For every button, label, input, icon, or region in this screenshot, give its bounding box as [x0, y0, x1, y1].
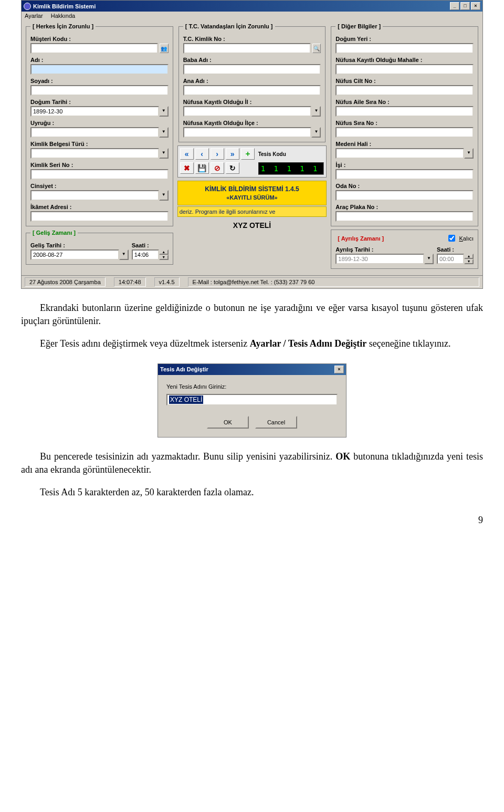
banner-line2: «KAYITLI SÜRÜM» — [180, 194, 324, 201]
add-record-button[interactable]: ＋ — [241, 148, 255, 160]
input-isi[interactable] — [335, 169, 474, 180]
input-arac-plaka-no[interactable] — [335, 211, 474, 222]
group-diger: [ Diğer Bilgiler ] Doğum Yeri : Nüfusa K… — [331, 23, 478, 226]
first-record-button[interactable]: « — [180, 148, 194, 160]
label-isi: İşi : — [335, 162, 474, 168]
menu-hakkinda[interactable]: Hakkında — [51, 13, 75, 19]
doc-p2: Eğer Tesis adını değiştirmek veya düzelt… — [21, 337, 483, 350]
input-nufusa-ilce[interactable] — [183, 127, 312, 138]
input-ayrilis-tarihi[interactable] — [335, 254, 424, 264]
group-gelis: [ Geliş Zamanı ] Geliş Tarihi : ▼ Saati … — [26, 230, 173, 265]
label-cinsiyet: Cinsiyet : — [30, 183, 169, 189]
status-time: 14:07:48 — [114, 277, 146, 287]
label-arac-plaka-no: Araç Plaka No : — [335, 204, 474, 210]
group-ayrilis: [ Ayrılış Zamanı ] Kalıcı Ayrılış Tarihi… — [331, 230, 478, 269]
dropdown-icon[interactable]: ▼ — [424, 254, 434, 264]
save-button[interactable]: 💾 — [195, 162, 209, 174]
dropdown-icon[interactable]: ▼ — [159, 127, 169, 138]
label-gelis-saati: Saati : — [132, 242, 169, 248]
label-ayrilis-saati: Saati : — [437, 246, 474, 253]
input-soyadi[interactable] — [30, 85, 169, 96]
input-kimlik-belge-turu[interactable] — [30, 148, 159, 159]
app-icon — [24, 3, 31, 10]
input-oda-no[interactable] — [335, 190, 474, 201]
label-nufusa-mahalle: Nüfusa Kayıtlı Olduğu Mahalle : — [335, 57, 474, 63]
input-ikamet[interactable] — [30, 211, 169, 222]
input-gelis-saati[interactable] — [132, 249, 159, 260]
label-tc-kimlik-no: T.C. Kimlik No : — [183, 36, 321, 42]
input-kimlik-seri-no[interactable] — [30, 169, 169, 180]
input-cinsiyet[interactable] — [30, 190, 159, 201]
spinner-down-icon[interactable]: ▼ — [159, 255, 169, 260]
menu-ayarlar[interactable]: Ayarlar — [25, 13, 43, 19]
kalici-checkbox-label[interactable]: Kalıcı — [446, 233, 474, 243]
label-medeni-hali: Medeni Hali : — [335, 141, 474, 147]
dropdown-icon[interactable]: ▼ — [159, 148, 169, 159]
label-nufus-sira-no: Nüfus Sıra No : — [335, 120, 474, 126]
lookup-icon[interactable]: 🔍 — [312, 44, 321, 53]
last-record-button[interactable]: » — [226, 148, 239, 160]
input-medeni-hali[interactable] — [335, 148, 464, 159]
label-gelis-tarihi: Geliş Tarihi : — [30, 242, 129, 248]
label-nufusa-il: Nüfusa Kayıtlı Olduğu İl : — [183, 99, 321, 105]
status-date: 27 Ağustos 2008 Çarşamba — [25, 277, 106, 287]
input-adi[interactable] — [30, 64, 169, 75]
next-record-button[interactable]: › — [211, 148, 224, 160]
minimize-button[interactable]: _ — [450, 2, 459, 10]
input-nufus-cilt-no[interactable] — [335, 85, 474, 96]
input-nufus-sira-no[interactable] — [335, 127, 474, 138]
label-uyrugu: Uyruğu : — [30, 120, 169, 126]
legend-diger: [ Diğer Bilgiler ] — [335, 23, 383, 29]
spinner-up-icon[interactable]: ▲ — [464, 254, 474, 259]
users-icon[interactable]: 👥 — [160, 44, 169, 53]
dropdown-icon[interactable]: ▼ — [311, 127, 321, 138]
dropdown-icon[interactable]: ▼ — [119, 249, 129, 260]
spinner-up-icon[interactable]: ▲ — [159, 249, 169, 255]
input-ayrilis-saati[interactable] — [437, 254, 464, 264]
doc-p3: Bu pencerede tesisinizin adı yazmaktadır… — [21, 450, 483, 476]
close-button[interactable]: × — [471, 2, 480, 10]
input-baba-adi[interactable] — [183, 64, 321, 75]
label-nufus-aile-sira-no: Nüfus Aile Sıra No : — [335, 99, 474, 105]
label-ikamet: İkâmet Adresi : — [30, 204, 169, 210]
hotel-name: XYZ OTELİ — [177, 221, 327, 230]
input-nufus-aile-sira-no[interactable] — [335, 106, 474, 117]
label-nufusa-ilce: Nüfusa Kayıtlı Olduğu İlçe : — [183, 120, 321, 126]
group-herkes: [ Herkes İçin Zorunlu ] Müşteri Kodu : 👥… — [26, 23, 173, 226]
dialog-ok-button[interactable]: OK — [207, 416, 249, 429]
input-nufusa-il[interactable] — [183, 106, 312, 117]
version-banner: KİMLİK BİLDİRİM SİSTEMİ 1.4.5 «KAYITLI S… — [177, 181, 327, 205]
legend-ayrilis: [ Ayrılış Zamanı ] — [335, 235, 386, 242]
prev-record-button[interactable]: ‹ — [195, 148, 209, 160]
legend-gelis: [ Geliş Zamanı ] — [30, 230, 78, 236]
dialog-close-button[interactable]: × — [334, 366, 344, 373]
input-dogum-tarihi[interactable] — [30, 106, 159, 117]
doc-p4: Tesis Adı 5 karakterden az, 50 karakterd… — [21, 486, 483, 499]
input-nufusa-mahalle[interactable] — [335, 64, 474, 75]
input-dogum-yeri[interactable] — [335, 43, 474, 54]
kalici-checkbox[interactable] — [448, 235, 455, 242]
tesis-kodu-display: 1 1 1 1 1 — [258, 162, 324, 175]
dropdown-icon[interactable]: ▼ — [464, 148, 474, 159]
label-adi: Adı : — [30, 57, 169, 63]
delete-button[interactable]: ✖ — [180, 162, 194, 174]
title-bar: Kimlik Bildirim Sistemi _ □ × — [22, 1, 482, 12]
menu-bar: Ayarlar Hakkında — [22, 12, 482, 20]
input-musteri-kodu[interactable] — [30, 43, 158, 54]
spinner-down-icon[interactable]: ▼ — [464, 259, 474, 264]
dialog-input[interactable]: XYZ OTELİ — [166, 394, 338, 405]
banner-line1: KİMLİK BİLDİRİM SİSTEMİ 1.4.5 — [205, 185, 299, 193]
dialog-cancel-button[interactable]: Cancel — [255, 416, 297, 429]
input-uyrugu[interactable] — [30, 127, 159, 138]
status-version: v1.4.5 — [154, 277, 180, 287]
dropdown-icon[interactable]: ▼ — [311, 106, 321, 117]
maximize-button[interactable]: □ — [460, 2, 470, 10]
input-ana-adi[interactable] — [183, 85, 321, 96]
cancel-button[interactable]: ⊘ — [211, 162, 224, 174]
label-nufus-cilt-no: Nüfus Cilt No : — [335, 78, 474, 84]
dropdown-icon[interactable]: ▼ — [159, 190, 169, 201]
refresh-button[interactable]: ↻ — [226, 162, 239, 174]
input-gelis-tarihi[interactable] — [30, 249, 119, 260]
input-tc-kimlik-no[interactable] — [183, 43, 311, 54]
dropdown-icon[interactable]: ▼ — [159, 106, 169, 117]
